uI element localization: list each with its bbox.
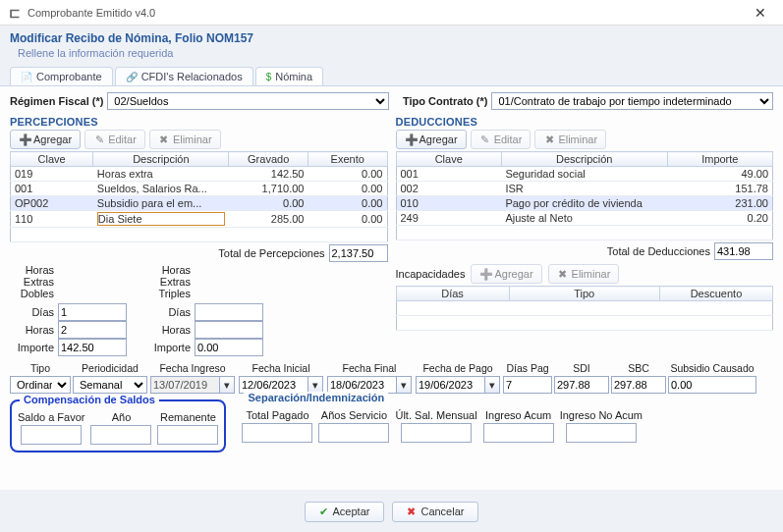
- money-icon: $: [266, 72, 272, 82]
- separacion-group: Separación/Indemnización Total Pagado Añ…: [236, 399, 648, 452]
- table-row[interactable]: 019Horas extra142.500.00: [11, 167, 388, 182]
- chevron-down-icon[interactable]: ▾: [396, 376, 412, 394]
- plus-icon: ➕: [19, 133, 30, 146]
- ingreso-no-acum-field[interactable]: [566, 423, 637, 443]
- page-subtitle: Rellene la información requerida: [18, 47, 773, 59]
- edit-icon: ✎: [93, 133, 105, 146]
- table-row[interactable]: 002ISR151.78: [396, 182, 773, 196]
- tab-nomina[interactable]: $Nómina: [255, 67, 323, 85]
- tipo-select[interactable]: Ordinaria: [10, 376, 71, 394]
- triples-horas-field[interactable]: [195, 321, 263, 339]
- check-icon: ✔: [319, 505, 328, 518]
- col-gravado[interactable]: Gravado: [229, 152, 308, 167]
- triples-dias-field[interactable]: [195, 303, 263, 321]
- sbc-field[interactable]: [611, 376, 666, 394]
- anos-servicio-field[interactable]: [318, 423, 389, 443]
- table-row[interactable]: OP002Subsidio para el em...0.000.00: [11, 196, 388, 211]
- chevron-down-icon[interactable]: ▾: [219, 376, 235, 394]
- total-deducciones-label: Total de Deducciones: [607, 245, 710, 257]
- col-desc[interactable]: Descripción: [501, 152, 667, 167]
- cancel-icon: ✖: [407, 505, 416, 518]
- percepciones-table[interactable]: Clave Descripción Gravado Exento 019Hora…: [10, 151, 388, 242]
- page-title: Modificar Recibo de Nómina, Folio NOM157: [10, 31, 773, 45]
- incap-agregar-button[interactable]: ➕Agregar: [471, 264, 541, 284]
- link-icon: 🔗: [126, 72, 138, 82]
- aceptar-button[interactable]: ✔Aceptar: [305, 502, 385, 522]
- ingreso-acum-field[interactable]: [483, 423, 554, 443]
- percepciones-editar-button[interactable]: ✎Editar: [84, 130, 145, 149]
- table-row[interactable]: 110Dia Siete285.000.00: [11, 211, 388, 228]
- total-pagado-field[interactable]: [242, 423, 312, 443]
- regimen-select[interactable]: 02/Sueldos: [107, 92, 389, 110]
- total-deducciones-field[interactable]: [714, 242, 773, 260]
- edit-icon: ✎: [479, 133, 491, 146]
- periodicidad-select[interactable]: Semanal: [73, 376, 147, 394]
- cancelar-button[interactable]: ✖Cancelar: [392, 502, 478, 522]
- deducciones-eliminar-button[interactable]: ✖Eliminar: [534, 130, 606, 149]
- col-importe[interactable]: Importe: [667, 152, 772, 167]
- total-percepciones-label: Total de Percepciones: [218, 247, 324, 259]
- deducciones-agregar-button[interactable]: ➕Agregar: [396, 130, 467, 149]
- plus-icon: ➕: [405, 133, 417, 146]
- chevron-down-icon[interactable]: ▾: [484, 376, 500, 394]
- desc-edit-cell[interactable]: Dia Siete: [97, 212, 225, 226]
- compensacion-group: Compensación de Saldos Saldo a Favor Año…: [10, 399, 226, 452]
- col-desc[interactable]: Descripción: [93, 152, 229, 167]
- col-clave[interactable]: Clave: [396, 152, 501, 167]
- tab-cfdis[interactable]: 🔗CFDI's Relacionados: [115, 67, 253, 85]
- regimen-label: Régimen Fiscal (*): [10, 95, 103, 107]
- deducciones-table[interactable]: Clave Descripción Importe 001Seguridad s…: [396, 151, 774, 240]
- incapacidades-table[interactable]: Días Tipo Descuento: [396, 286, 774, 331]
- fecha-ingreso-field: [150, 376, 219, 394]
- deducciones-title: DEDUCCIONES: [396, 116, 774, 128]
- col-exento[interactable]: Exento: [308, 152, 387, 167]
- window-title: Comprobante Emitido v4.0: [28, 7, 746, 19]
- subsidio-field[interactable]: [668, 376, 756, 394]
- percepciones-agregar-button[interactable]: ➕Agregar: [10, 130, 81, 149]
- doc-icon: 📄: [21, 72, 32, 82]
- delete-icon: ✖: [557, 268, 569, 281]
- dobles-dias-field[interactable]: [58, 303, 127, 321]
- table-row[interactable]: 010Pago por crédito de vivienda231.00: [396, 196, 773, 211]
- plus-icon: ➕: [479, 268, 491, 281]
- incapacidades-title: Incapacidades: [396, 268, 466, 280]
- close-icon[interactable]: ✕: [746, 5, 775, 21]
- horas-triples-title: Horas Extras Triples: [146, 264, 191, 299]
- saldo-favor-field[interactable]: [21, 425, 82, 445]
- tipo-contrato-select[interactable]: 01/Contrato de trabajo por tiempo indete…: [491, 92, 773, 110]
- app-logo-icon: ⊏: [8, 6, 22, 20]
- deducciones-editar-button[interactable]: ✎Editar: [471, 130, 531, 149]
- ano-field[interactable]: [90, 425, 151, 445]
- fecha-pago-field[interactable]: [416, 376, 484, 394]
- dobles-horas-field[interactable]: [58, 321, 127, 339]
- table-row[interactable]: 001Seguridad social49.00: [396, 167, 773, 182]
- dobles-importe-field[interactable]: [58, 339, 127, 356]
- percepciones-eliminar-button[interactable]: ✖Eliminar: [149, 130, 221, 149]
- total-percepciones-field[interactable]: [329, 244, 388, 262]
- tipo-contrato-label: Tipo Contrato (*): [403, 95, 488, 107]
- table-row[interactable]: 001Sueldos, Salarios Ra...1,710.000.00: [11, 182, 388, 196]
- ult-sal-mensual-field[interactable]: [401, 423, 472, 443]
- incap-eliminar-button[interactable]: ✖Eliminar: [548, 264, 620, 284]
- table-row[interactable]: 249Ajuste al Neto0.20: [396, 211, 773, 226]
- sdi-field[interactable]: [554, 376, 609, 394]
- tab-comprobante[interactable]: 📄Comprobante: [10, 67, 113, 85]
- delete-icon: ✖: [158, 133, 170, 146]
- remanente-field[interactable]: [157, 425, 218, 445]
- percepciones-title: PERCEPCIONES: [10, 116, 388, 128]
- triples-importe-field[interactable]: [195, 339, 263, 356]
- col-clave[interactable]: Clave: [11, 152, 93, 167]
- delete-icon: ✖: [543, 133, 555, 146]
- horas-dobles-title: Horas Extras Dobles: [10, 264, 54, 299]
- dias-pag-field[interactable]: [503, 376, 552, 394]
